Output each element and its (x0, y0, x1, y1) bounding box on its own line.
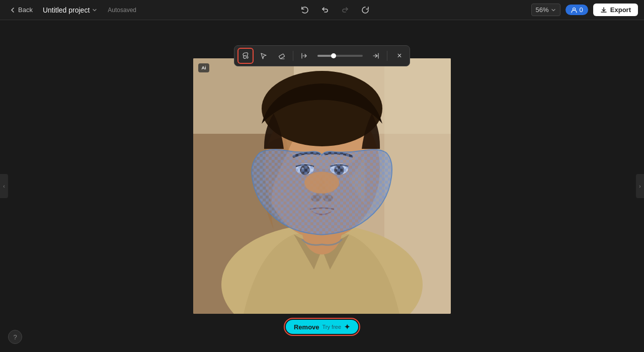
beard-selection-overlay (245, 148, 399, 237)
svg-point-25 (304, 171, 339, 193)
remove-label: Remove (294, 323, 319, 331)
arrow-tool-button[interactable] (256, 48, 272, 64)
eraser-tool-button[interactable] (274, 48, 290, 64)
help-icon: ? (13, 333, 17, 341)
back-label: Back (18, 6, 33, 14)
help-button[interactable]: ? (8, 330, 22, 344)
canvas-wrap: Ai (193, 58, 451, 314)
left-panel-toggle[interactable]: ‹ (0, 174, 8, 198)
download-icon (600, 7, 607, 14)
header-right: 56% 0 Export (531, 4, 638, 16)
right-arrow-icon: › (639, 184, 640, 189)
undo-button[interactable] (318, 3, 332, 17)
remove-button-wrap: Remove Try free ✦ (284, 318, 360, 336)
project-title[interactable]: Untitled project (40, 4, 101, 16)
back-paint-icon (300, 52, 308, 60)
zoom-chevron-icon (551, 8, 556, 13)
main-canvas-area: ‹ › (0, 20, 644, 352)
right-panel-toggle[interactable]: › (636, 174, 644, 198)
arrow-tool-icon (260, 52, 268, 60)
lasso-icon (242, 52, 250, 60)
chevron-down-icon (92, 7, 98, 13)
beard-svg (245, 148, 399, 237)
eraser-icon (278, 52, 286, 60)
refresh-ccw-icon (301, 6, 309, 14)
forward-paint-button[interactable] (368, 48, 384, 64)
toolbar-divider-2 (387, 51, 387, 61)
sparkle-icon: ✦ (344, 323, 350, 331)
canvas-image[interactable]: Ai (193, 58, 451, 314)
refresh-button[interactable] (358, 3, 372, 17)
toolbar-divider (293, 51, 293, 61)
svg-rect-1 (279, 54, 285, 59)
remove-try-free-button[interactable]: Remove Try free ✦ (286, 320, 358, 334)
editing-toolbar: × (234, 45, 410, 66)
brush-size-slider-wrap (314, 55, 366, 57)
export-label: Export (610, 6, 631, 14)
try-free-label: Try free (323, 324, 342, 330)
forward-paint-icon (372, 52, 380, 60)
redo-icon (341, 6, 349, 14)
reload-icon (361, 6, 369, 14)
header-center (298, 3, 372, 17)
export-button[interactable]: Export (593, 4, 638, 16)
slider-thumb (331, 53, 336, 58)
back-button[interactable]: Back (6, 4, 36, 16)
header: Back Untitled project Autosaved (0, 0, 644, 20)
undo-icon (321, 6, 329, 14)
zoom-level: 56% (536, 6, 549, 14)
users-badge: 0 (566, 5, 588, 15)
left-arrow-icon: ‹ (3, 184, 5, 189)
ai-badge: Ai (198, 63, 209, 72)
portrait-background: Ai (193, 58, 451, 314)
lasso-tool-button[interactable] (237, 48, 254, 64)
history-back-button[interactable] (298, 3, 312, 17)
back-arrow-icon (9, 7, 16, 14)
close-icon: × (397, 51, 401, 60)
users-count: 0 (580, 6, 583, 14)
back-paint-button[interactable] (296, 48, 312, 64)
header-left: Back Untitled project Autosaved (6, 4, 139, 16)
redo-button[interactable] (338, 3, 352, 17)
zoom-control[interactable]: 56% (531, 4, 560, 16)
autosaved-label: Autosaved (105, 5, 139, 16)
close-tool-button[interactable]: × (392, 49, 407, 63)
project-title-text: Untitled project (43, 6, 90, 14)
user-icon (571, 7, 578, 14)
brush-size-slider[interactable] (317, 55, 363, 57)
